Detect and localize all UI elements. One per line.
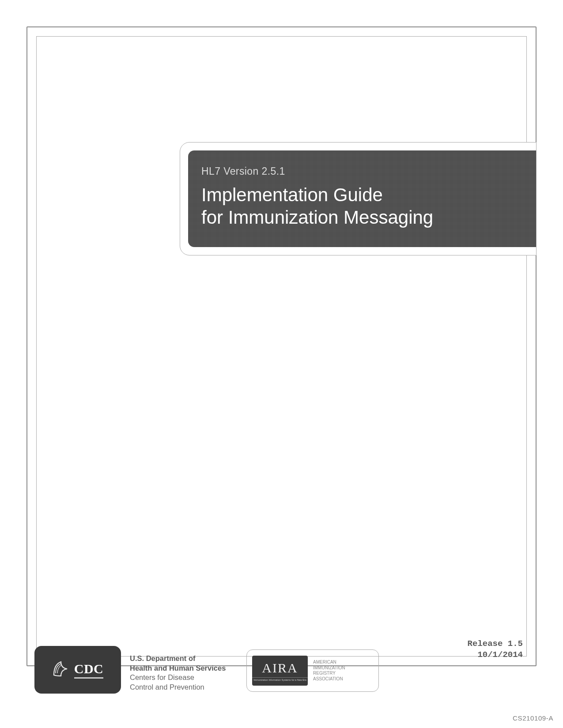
cdc-attribution-text: U.S. Department of Health and Human Serv…	[130, 654, 236, 692]
title-main: Implementation Guide for Immunization Me…	[201, 184, 523, 229]
release-info: Release 1.5 10/1/2014	[468, 638, 523, 661]
aira-logo: AIRA Immunization Information Systems fo…	[252, 656, 308, 686]
inner-border-frame	[36, 36, 527, 657]
title-panel: HL7 Version 2.5.1 Implementation Guide f…	[188, 150, 536, 247]
outer-border-frame: HL7 Version 2.5.1 Implementation Guide f…	[26, 26, 537, 666]
aira-text-2: Immunization	[313, 665, 345, 670]
title-version: HL7 Version 2.5.1	[201, 165, 523, 177]
document-number: CS210109-A	[513, 714, 553, 722]
release-date: 10/1/2014	[477, 650, 523, 660]
aira-text-1: American	[313, 660, 336, 664]
aira-logo-tagline: Immunization Information Systems for a N…	[252, 677, 308, 681]
aira-logo-wordmark: AIRA	[262, 660, 298, 675]
cdc-centers-line-1: Centers for Disease	[130, 673, 194, 681]
aira-full-name: American Immunization Registry Associati…	[313, 660, 345, 682]
title-line-1: Implementation Guide	[201, 184, 383, 205]
release-label: Release 1.5	[468, 639, 523, 649]
cdc-dept-line: U.S. Department of	[130, 654, 196, 662]
cdc-hhs-line: Health and Human Services	[130, 664, 226, 672]
title-block: HL7 Version 2.5.1 Implementation Guide f…	[180, 142, 537, 255]
document-page: HL7 Version 2.5.1 Implementation Guide f…	[0, 0, 563, 728]
cdc-wordmark: CDC	[74, 661, 104, 679]
title-line-2: for Immunization Messaging	[201, 207, 433, 228]
aira-logo-box: AIRA Immunization Information Systems fo…	[246, 649, 379, 692]
aira-text-3: Registry	[313, 671, 336, 675]
footer-area: CDC U.S. Department of Health and Human …	[34, 635, 533, 702]
cdc-centers-line-2: Control and Prevention	[130, 683, 204, 691]
hhs-eagle-icon	[52, 660, 70, 679]
aira-text-4: Association	[313, 676, 343, 681]
cdc-logo-badge: CDC	[34, 646, 121, 694]
